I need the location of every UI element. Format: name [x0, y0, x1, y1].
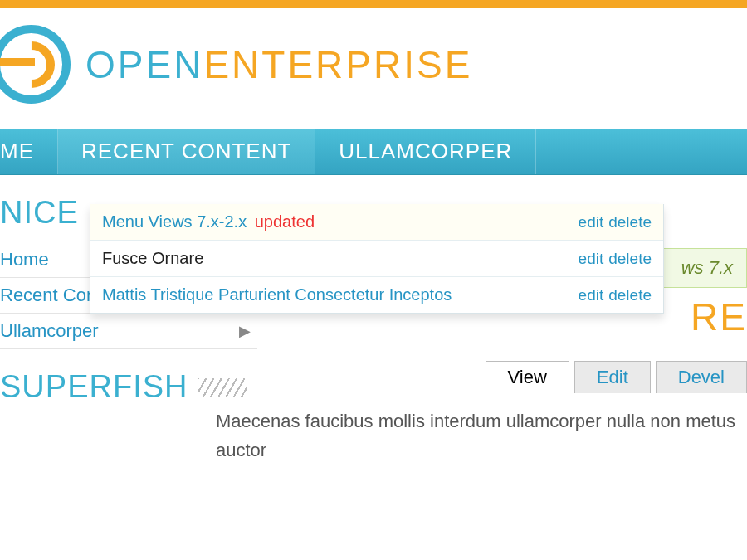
edit-link[interactable]: edit	[579, 213, 604, 231]
content-tabs: View Edit Devel	[274, 361, 747, 393]
body-paragraph: Maecenas faucibus mollis interdum ullamc…	[216, 407, 747, 465]
tab-view[interactable]: View	[486, 361, 569, 393]
top-accent-bar	[0, 0, 747, 8]
site-header: OPENENTERPRISE	[0, 8, 747, 129]
dropdown-row[interactable]: Menu Views 7.x-2.x updated edit delete	[90, 204, 663, 241]
brand-word-enterprise: ENTERPRISE	[203, 43, 472, 86]
delete-link[interactable]: delete	[608, 286, 652, 304]
nav-home[interactable]: ME	[0, 129, 58, 174]
delete-link[interactable]: delete	[608, 213, 652, 231]
edit-link[interactable]: edit	[579, 250, 604, 268]
chevron-right-icon: ▶	[239, 322, 251, 340]
brand-word-open: OPEN	[85, 43, 203, 86]
dropdown-item-actions: edit delete	[579, 286, 652, 304]
recent-content-dropdown: Menu Views 7.x-2.x updated edit delete F…	[90, 204, 664, 314]
dropdown-item-actions: edit delete	[579, 250, 652, 268]
dropdown-item-title[interactable]: Menu Views 7.x-2.x updated	[102, 212, 579, 231]
hatch-decoration-icon	[198, 378, 247, 397]
tab-edit[interactable]: Edit	[574, 361, 651, 393]
sidebar-block-title-superfish: SUPERFISH	[0, 369, 257, 405]
dropdown-item-actions: edit delete	[579, 213, 652, 231]
nav-ullamcorper[interactable]: ULLAMCORPER	[315, 129, 536, 174]
delete-link[interactable]: delete	[608, 250, 652, 268]
primary-nav: ME RECENT CONTENT ULLAMCORPER	[0, 129, 747, 175]
dropdown-row[interactable]: Mattis Tristique Parturient Consectetur …	[90, 277, 663, 313]
updated-badge: updated	[255, 212, 315, 231]
dropdown-item-title[interactable]: Fusce Ornare	[102, 249, 579, 268]
logo-icon	[0, 25, 71, 104]
dropdown-row[interactable]: Fusce Ornare edit delete	[90, 241, 663, 277]
tab-devel[interactable]: Devel	[656, 361, 747, 393]
nav-recent-content[interactable]: RECENT CONTENT	[58, 129, 315, 174]
brand-wordmark: OPENENTERPRISE	[85, 42, 472, 87]
edit-link[interactable]: edit	[579, 286, 604, 304]
dropdown-item-title[interactable]: Mattis Tristique Parturient Consectetur …	[102, 285, 579, 304]
sidebar-item-ullamcorper[interactable]: Ullamcorper ▶	[0, 314, 257, 349]
